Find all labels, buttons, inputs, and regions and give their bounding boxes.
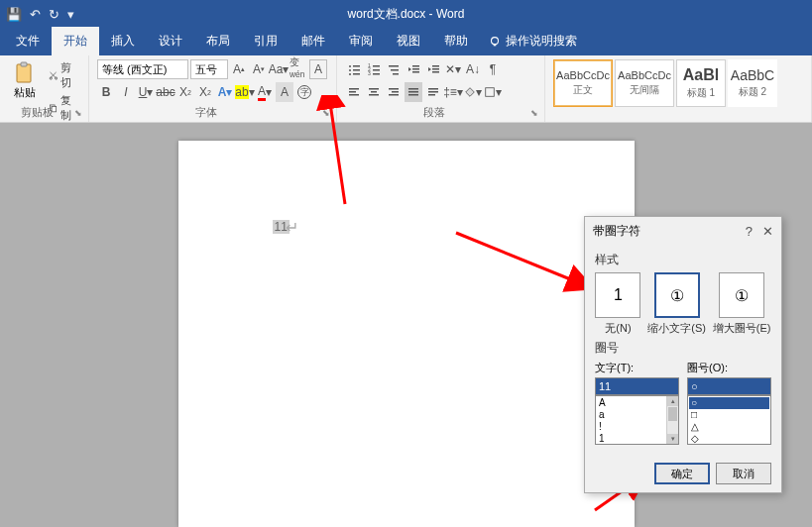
strikethrough-button[interactable]: abc: [157, 82, 174, 102]
group-paragraph-label: 段落: [337, 105, 530, 120]
svg-rect-35: [371, 91, 377, 93]
svg-rect-46: [486, 88, 495, 97]
tab-review[interactable]: 审阅: [337, 27, 385, 55]
close-button[interactable]: ✕: [762, 224, 773, 239]
tab-design[interactable]: 设计: [147, 27, 194, 55]
cancel-button[interactable]: 取消: [716, 463, 771, 484]
font-name-combo[interactable]: 等线 (西文正): [97, 59, 188, 79]
lightbulb-icon: [488, 35, 502, 49]
style-option-enlarge[interactable]: ① 增大圈号(E): [713, 272, 771, 336]
line-spacing-button[interactable]: ‡≡▾: [444, 82, 462, 102]
align-center-button[interactable]: [365, 82, 383, 102]
tab-home[interactable]: 开始: [52, 27, 99, 55]
ring-input[interactable]: [687, 377, 771, 395]
shading-button[interactable]: ▾: [464, 82, 482, 102]
font-launcher-icon[interactable]: ⬊: [322, 108, 334, 120]
tab-layout[interactable]: 布局: [194, 27, 242, 55]
bold-button[interactable]: B: [97, 82, 115, 102]
grow-font-button[interactable]: A▴: [230, 59, 248, 79]
font-color-button[interactable]: A▾: [256, 82, 274, 102]
font-size-combo[interactable]: 五号: [190, 59, 228, 79]
change-case-button[interactable]: Aa▾: [270, 59, 288, 79]
styles-gallery[interactable]: AaBbCcDc正文 AaBbCcDc无间隔 AaBl标题 1 AaBbC标题 …: [553, 59, 803, 107]
justify-button[interactable]: [405, 82, 422, 102]
svg-rect-32: [349, 91, 356, 93]
style-option-none[interactable]: 1 无(N): [595, 272, 640, 336]
phonetic-guide-button[interactable]: 变wén: [290, 59, 307, 79]
text-input[interactable]: [595, 377, 679, 395]
style-heading1[interactable]: AaBl标题 1: [676, 59, 726, 107]
align-right-button[interactable]: [385, 82, 403, 102]
svg-rect-19: [373, 69, 380, 71]
help-button[interactable]: ?: [746, 224, 753, 239]
style-heading2[interactable]: AaBbC标题 2: [728, 59, 777, 107]
align-left-button[interactable]: [345, 82, 363, 102]
bullets-button[interactable]: [345, 59, 363, 79]
enclose-char-button[interactable]: 字: [295, 82, 313, 102]
increase-indent-button[interactable]: [424, 59, 442, 79]
enclose-char-dialog: 带圈字符 ? ✕ 样式 1 无(N) ① 缩小文字(S) ① 增大圈号(E) 圈…: [584, 216, 782, 493]
superscript-button[interactable]: X2: [196, 82, 214, 102]
svg-rect-26: [412, 68, 419, 70]
svg-rect-39: [389, 94, 399, 96]
distribute-button[interactable]: [424, 82, 442, 102]
tab-file[interactable]: 文件: [4, 27, 52, 55]
svg-rect-30: [432, 71, 439, 73]
svg-rect-33: [349, 94, 359, 96]
group-styles: AaBbCcDc正文 AaBbCcDc无间隔 AaBl标题 1 AaBbC标题 …: [545, 55, 812, 122]
svg-rect-11: [353, 65, 360, 67]
text-list-scrollbar[interactable]: ▴▾: [666, 396, 678, 444]
tab-view[interactable]: 视图: [385, 27, 432, 55]
borders-button[interactable]: ▾: [484, 82, 502, 102]
undo-icon[interactable]: ↶: [30, 7, 41, 22]
ring-list[interactable]: ○ □ △ ◇: [687, 395, 771, 445]
text-list[interactable]: A a ! 1 ▴▾: [595, 395, 679, 445]
svg-rect-1: [494, 44, 497, 46]
svg-rect-44: [428, 91, 438, 93]
svg-rect-13: [353, 69, 360, 71]
italic-button[interactable]: I: [117, 82, 135, 102]
svg-point-4: [50, 77, 52, 79]
show-marks-button[interactable]: ¶: [484, 59, 502, 79]
clear-format-button[interactable]: A: [309, 59, 327, 79]
svg-rect-40: [408, 88, 418, 90]
svg-rect-15: [353, 73, 360, 75]
tab-insert[interactable]: 插入: [99, 27, 147, 55]
svg-rect-29: [432, 68, 439, 70]
clipboard-launcher-icon[interactable]: ⬊: [74, 108, 86, 120]
group-clipboard-label: 剪贴板: [0, 105, 74, 120]
style-no-spacing[interactable]: AaBbCcDc无间隔: [615, 59, 674, 107]
numbering-button[interactable]: 123: [365, 59, 383, 79]
ring-field-label: 圈号(O):: [687, 361, 771, 375]
underline-button[interactable]: U▾: [137, 82, 155, 102]
group-clipboard: 粘贴 剪切 复制 格式刷 剪贴板 ⬊: [0, 55, 89, 122]
char-shading-button[interactable]: A: [276, 82, 293, 102]
sort-button[interactable]: A↓: [464, 59, 482, 79]
qat-customize-icon[interactable]: ▾: [67, 7, 74, 22]
ok-button[interactable]: 确定: [654, 463, 710, 484]
save-icon[interactable]: 💾: [6, 7, 22, 22]
tab-references[interactable]: 引用: [242, 27, 290, 55]
multilevel-button[interactable]: [385, 59, 403, 79]
shrink-font-button[interactable]: A▾: [250, 59, 268, 79]
decrease-indent-button[interactable]: [405, 59, 422, 79]
svg-rect-41: [408, 91, 418, 93]
titlebar: 💾 ↶ ↻ ▾ word文档.docx - Word: [0, 0, 812, 28]
clipboard-icon: [14, 61, 36, 85]
subscript-button[interactable]: X2: [176, 82, 194, 102]
style-option-shrink[interactable]: ① 缩小文字(S): [647, 272, 706, 336]
tell-me-search[interactable]: 操作说明搜索: [480, 27, 585, 55]
svg-rect-37: [389, 88, 399, 90]
text-effects-button[interactable]: A▾: [216, 82, 234, 102]
paragraph-launcher-icon[interactable]: ⬊: [530, 108, 542, 120]
style-normal[interactable]: AaBbCcDc正文: [553, 59, 613, 107]
cut-button[interactable]: 剪切: [46, 59, 80, 91]
asian-layout-button[interactable]: ✕▾: [444, 59, 462, 79]
tab-help[interactable]: 帮助: [432, 27, 480, 55]
ribbon: 粘贴 剪切 复制 格式刷 剪贴板 ⬊ 等线 (西文正) 五号 A▴ A▾ Aa▾…: [0, 55, 812, 123]
tab-mailings[interactable]: 邮件: [290, 27, 337, 55]
page[interactable]: 11 ↵: [178, 141, 635, 527]
paste-label: 粘贴: [14, 85, 36, 100]
redo-icon[interactable]: ↻: [49, 7, 59, 22]
highlight-button[interactable]: ab▾: [236, 82, 254, 102]
